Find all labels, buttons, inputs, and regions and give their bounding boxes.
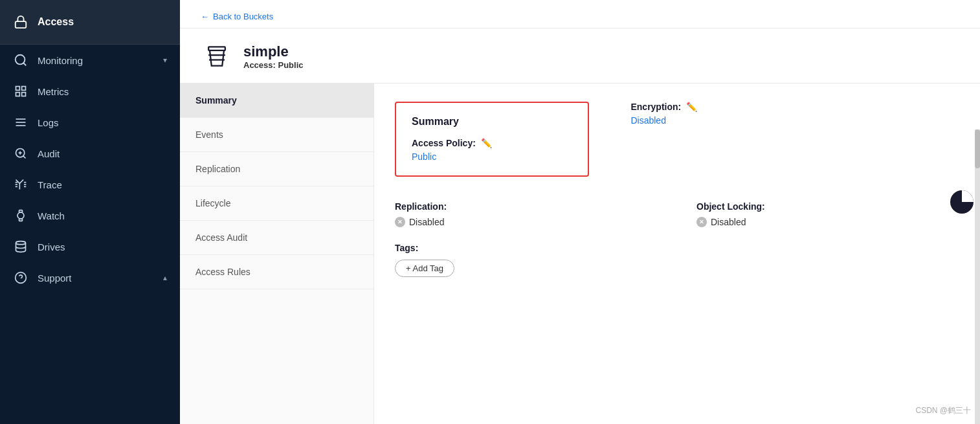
svg-rect-25 [208,47,225,50]
logs-icon [13,115,28,130]
replication-value: Disabled [395,217,658,227]
bucket-name: simple [243,43,304,60]
sidebar: Access Monitoring ▾ Metrics [0,0,180,424]
sidebar-item-access-label: Access [38,16,74,28]
tab-access-rules[interactable]: Access Rules [180,255,373,289]
back-link-label: Back to Buckets [213,12,273,21]
pie-chart [948,188,976,216]
access-policy-link[interactable]: Public [412,151,436,162]
bucket-info: simple Access: Public [243,43,304,70]
tags-label: Tags: [395,243,959,253]
bucket-access-text: Access: Public [243,60,304,70]
sidebar-item-monitoring[interactable]: Monitoring ▾ [0,45,180,76]
replication-label: Replication: [395,201,658,212]
sidebar-item-audit[interactable]: Audit [0,138,180,169]
replication-disabled-dot [395,217,405,227]
sidebar-item-watch-label: Watch [38,210,65,221]
tab-summary[interactable]: Summary [180,84,373,118]
content-area: Summary Events Replication Lifecycle Acc… [180,84,980,424]
tags-section: Tags: + Add Tag [395,243,959,277]
drives-icon [13,239,28,254]
monitoring-icon [13,52,28,68]
access-policy-value: Public [412,151,572,162]
trace-icon [13,177,28,192]
access-policy-label: Access Policy: ✏️ [412,138,572,148]
chevron-up-icon: ▴ [163,273,167,282]
encryption-link[interactable]: Disabled [630,115,665,126]
sidebar-item-metrics[interactable]: Metrics [0,76,180,107]
encryption-label: Encryption: ✏️ [630,102,697,112]
sidebar-item-support[interactable]: Support ▴ [0,262,180,293]
bucket-access-label: Access: [243,60,276,70]
svg-rect-5 [22,93,26,96]
svg-rect-0 [16,21,27,28]
watch-icon [13,208,28,223]
chevron-down-icon: ▾ [163,56,167,65]
sidebar-item-monitoring-label: Monitoring [38,55,83,66]
sidebar-item-support-label: Support [38,273,72,284]
sidebar-item-drives-label: Drives [38,241,65,252]
scrollbar-thumb[interactable] [975,129,980,168]
sidebar-item-logs-label: Logs [38,117,59,128]
tab-lifecycle[interactable]: Lifecycle [180,186,373,221]
object-locking-value: Disabled [696,217,959,227]
encryption-value: Disabled [630,115,697,126]
lock-icon [13,14,28,30]
sidebar-item-trace[interactable]: Trace [0,169,180,200]
support-icon [13,270,28,285]
object-locking-disabled-dot [696,217,707,227]
tab-nav: Summary Events Replication Lifecycle Acc… [180,84,374,424]
sidebar-item-metrics-label: Metrics [38,86,69,97]
tab-access-audit[interactable]: Access Audit [180,221,373,255]
panel: Summary Access Policy: ✏️ Public Encrypt… [374,84,980,424]
scrollbar-track [975,129,980,424]
topbar: ← Back to Buckets [180,0,980,28]
main-content: ← Back to Buckets simple Access: Public [180,0,980,424]
tab-events[interactable]: Events [180,118,373,152]
svg-point-22 [16,241,26,245]
svg-point-19 [17,212,24,219]
arrow-left-icon: ← [201,12,209,21]
object-locking-block: Object Locking: Disabled [696,201,959,227]
sidebar-item-logs[interactable]: Logs [0,107,180,138]
svg-rect-3 [16,87,20,91]
sidebar-item-watch[interactable]: Watch [0,200,180,231]
back-to-buckets-link[interactable]: ← Back to Buckets [201,12,959,21]
watermark: CSDN @鹤三十 [915,405,971,416]
svg-rect-21 [19,219,23,221]
svg-rect-6 [16,93,20,96]
sidebar-item-drives[interactable]: Drives [0,231,180,262]
summary-card: Summary Access Policy: ✏️ Public [395,102,589,177]
metrics-icon [13,84,28,99]
replication-block: Replication: Disabled [395,201,658,227]
encryption-block: Encryption: ✏️ Disabled [630,102,697,126]
sidebar-item-access[interactable]: Access [0,0,180,45]
svg-point-1 [16,55,25,65]
svg-rect-4 [22,87,26,91]
summary-card-title: Summary [412,116,572,128]
access-policy-edit-icon[interactable]: ✏️ [481,138,492,148]
audit-icon [13,146,28,161]
add-tag-button[interactable]: + Add Tag [395,260,454,277]
sidebar-item-audit-label: Audit [38,148,60,159]
object-locking-label: Object Locking: [696,201,959,212]
sidebar-item-trace-label: Trace [38,179,62,190]
svg-rect-20 [19,210,23,212]
bucket-header: simple Access: Public [180,28,980,84]
encryption-edit-icon[interactable]: ✏️ [686,102,697,112]
info-grid: Replication: Disabled Object Locking: Di… [395,201,959,227]
svg-line-2 [23,63,26,65]
bucket-access-value: Public [278,60,304,70]
tab-replication[interactable]: Replication [180,152,373,186]
bucket-icon [201,40,233,73]
